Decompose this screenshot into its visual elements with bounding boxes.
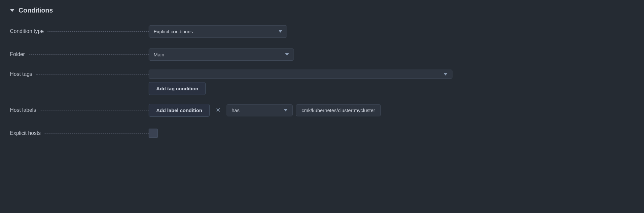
conditions-panel: Conditions Condition type Explicit condi… bbox=[0, 0, 644, 213]
host-tags-main: Host tags bbox=[10, 70, 634, 79]
condition-type-label: Condition type bbox=[10, 28, 149, 34]
host-tags-sub: Add tag condition bbox=[149, 82, 206, 95]
dotted-divider bbox=[48, 31, 149, 32]
condition-type-control: Explicit conditions bbox=[149, 25, 634, 38]
add-label-condition-button[interactable]: Add label condition bbox=[149, 104, 210, 117]
host-tags-control bbox=[149, 70, 634, 79]
explicit-hosts-label: Explicit hosts bbox=[10, 130, 149, 136]
condition-type-row: Condition type Explicit conditions bbox=[10, 23, 634, 39]
explicit-hosts-checkbox[interactable] bbox=[149, 129, 158, 138]
dotted-divider bbox=[29, 54, 149, 55]
host-tags-select[interactable] bbox=[149, 70, 452, 79]
remove-label-condition-button[interactable]: ✕ bbox=[213, 105, 223, 115]
panel-title: Conditions bbox=[18, 7, 53, 14]
condition-type-select[interactable]: Explicit conditions bbox=[149, 25, 287, 38]
panel-header: Conditions bbox=[10, 7, 634, 14]
label-operator-select-arrow bbox=[284, 109, 288, 111]
host-labels-label: Host labels bbox=[10, 107, 149, 113]
dotted-divider bbox=[45, 133, 149, 134]
folder-row: Folder Main bbox=[10, 46, 634, 62]
folder-control: Main bbox=[149, 48, 634, 61]
folder-label: Folder bbox=[10, 51, 149, 57]
panel-collapse-icon[interactable] bbox=[10, 9, 15, 12]
host-tags-label: Host tags bbox=[10, 71, 149, 77]
dotted-divider bbox=[40, 110, 149, 110]
host-tags-row: Host tags Add tag condition bbox=[10, 70, 634, 95]
folder-select-arrow bbox=[285, 53, 289, 56]
explicit-hosts-row: Explicit hosts bbox=[10, 125, 634, 141]
explicit-hosts-control bbox=[149, 129, 634, 138]
host-tags-select-arrow bbox=[444, 73, 447, 76]
label-value-display: cmk/kubernetes/cluster:mycluster bbox=[296, 104, 381, 116]
dotted-divider bbox=[36, 74, 149, 75]
close-icon: ✕ bbox=[216, 106, 221, 114]
add-tag-condition-button[interactable]: Add tag condition bbox=[149, 82, 206, 95]
host-labels-row: Host labels Add label condition ✕ has cm… bbox=[10, 102, 634, 118]
host-labels-control: Add label condition ✕ has cmk/kubernetes… bbox=[149, 104, 634, 117]
folder-select[interactable]: Main bbox=[149, 48, 294, 61]
label-operator-select[interactable]: has bbox=[227, 104, 293, 116]
condition-type-select-arrow bbox=[278, 30, 282, 33]
